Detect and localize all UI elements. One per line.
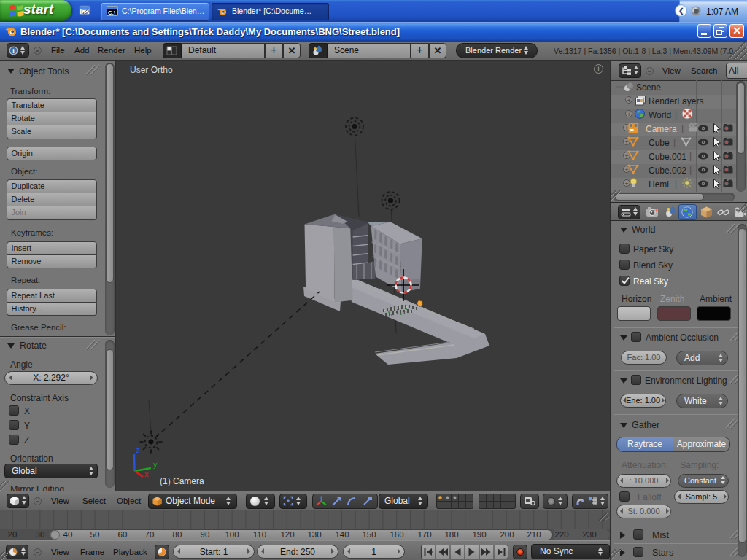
svg-text:z: z xyxy=(136,446,140,454)
svg-text:y: y xyxy=(153,460,158,469)
svg-text:x: x xyxy=(144,470,149,478)
